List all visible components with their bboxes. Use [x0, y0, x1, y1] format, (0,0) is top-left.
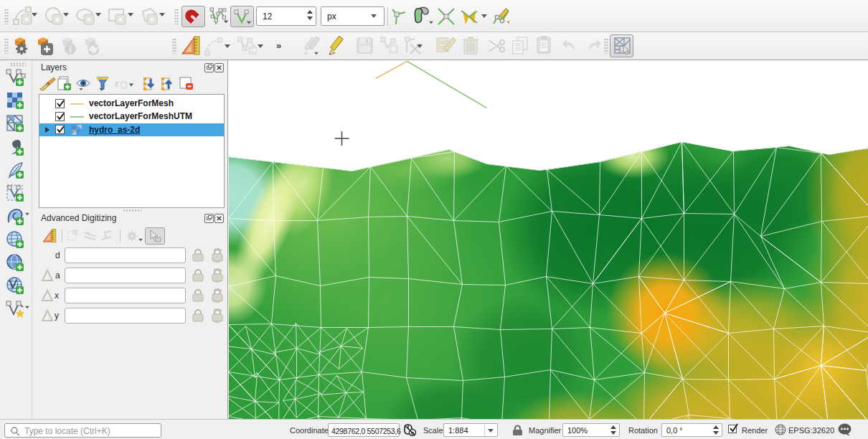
- svg-text:i: i: [69, 44, 72, 55]
- svg-text:ε: ε: [115, 77, 119, 89]
